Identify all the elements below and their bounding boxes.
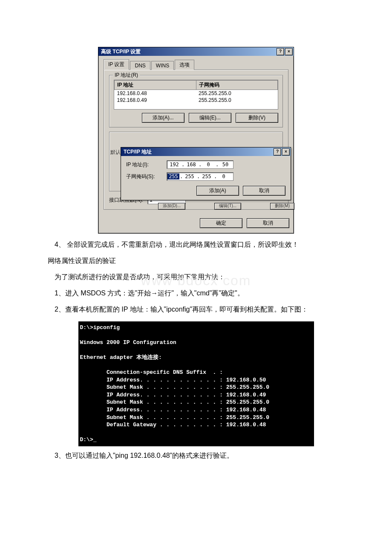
table-row[interactable]: 192.168.0.48 255.255.255.0	[115, 90, 278, 97]
advanced-tcpip-dialog: 高级 TCP/IP 设置 ? × IP 设置 DNS WINS 选项 IP 地址…	[98, 47, 294, 234]
sub-dialog-titlebar: TCP/IP 地址 ? ×	[121, 147, 291, 156]
gw-add-button[interactable]: 添加(D)...	[158, 203, 185, 210]
ip-field-label: IP 地址(I):	[126, 161, 167, 168]
table-row[interactable]: 192.168.0.49 255.255.255.0	[115, 97, 278, 104]
tab-ip-settings[interactable]: IP 设置	[104, 59, 129, 70]
dialog-titlebar: 高级 TCP/IP 设置 ? ×	[98, 47, 294, 56]
ipconfig-console-output: D:\>ipconfig Windows 2000 IP Configurati…	[78, 321, 314, 446]
ip-address-groupbox: IP 地址(R) IP 地址 子网掩码 192.168.0.48 255.255…	[109, 75, 283, 127]
tab-dns[interactable]: DNS	[130, 61, 150, 70]
doc-step1: 1、进入 MSDOS 方式：选"开始→运行"，输入"cmd"再"确定"。	[34, 286, 358, 300]
gw-remove-button[interactable]: 删除(M)	[270, 203, 294, 210]
doc-step3: 3、也可以通过输入"ping 192.168.0.48"的格式来进行验证。	[34, 449, 358, 462]
edit-ip-button[interactable]: 编辑(E)...	[189, 113, 231, 123]
close-icon[interactable]: ×	[282, 148, 290, 156]
close-icon[interactable]: ×	[285, 48, 293, 55]
sub-cancel-button[interactable]: 取消	[243, 186, 285, 196]
ip-address-input[interactable]: 192. 168. 0. 50	[167, 160, 233, 169]
subnet-mask-input[interactable]: 255. 255. 255. 0	[167, 172, 233, 181]
tab-wins[interactable]: WINS	[151, 61, 174, 70]
sub-add-button[interactable]: 添加(A)	[196, 186, 239, 196]
gateway-buttons-behind: 添加(D)... 编辑(T)... 删除(M)	[158, 203, 294, 210]
gw-edit-button[interactable]: 编辑(T)...	[214, 203, 241, 210]
doc-verify-heading: 网络属性设置后的验证	[34, 254, 358, 268]
col-mask: 子网掩码	[196, 81, 278, 90]
tcpip-address-sub-dialog: TCP/IP 地址 ? × IP 地址(I): 192. 168. 0. 50	[121, 147, 291, 200]
mask-field-label: 子网掩码(S):	[126, 173, 167, 180]
cancel-button[interactable]: 取消	[247, 218, 289, 228]
add-ip-button[interactable]: 添加(A)...	[142, 113, 184, 123]
ip-group-legend: IP 地址(R)	[113, 72, 140, 79]
tab-options[interactable]: 选项	[175, 60, 194, 70]
doc-step4: 4、 全部设置完成后，不需重新启动，退出此网络属性设置窗口后，所设即生效！	[34, 238, 358, 251]
doc-intro: 为了测试所进行的设置是否成功，可采用如下常用方法：	[34, 270, 358, 284]
ip-address-list[interactable]: IP 地址 子网掩码 192.168.0.48 255.255.255.0 19…	[114, 80, 278, 110]
help-icon[interactable]: ?	[274, 148, 281, 156]
help-icon[interactable]: ?	[277, 48, 284, 55]
sub-dialog-title: TCP/IP 地址	[124, 148, 152, 156]
remove-ip-button[interactable]: 删除(V)	[236, 113, 278, 123]
doc-step2: 2、查看本机所配置的 IP 地址：输入"ipconfig"再回车，即可看到相关配…	[34, 303, 358, 316]
col-ip: IP 地址	[115, 81, 196, 90]
dialog-title: 高级 TCP/IP 设置	[101, 48, 141, 55]
ok-button[interactable]: 确定	[200, 218, 242, 228]
document-body: 4、 全部设置完成后，不需重新启动，退出此网络属性设置窗口后，所设即生效！ 网络…	[34, 238, 358, 316]
default-label-cut: 默认	[110, 149, 121, 156]
